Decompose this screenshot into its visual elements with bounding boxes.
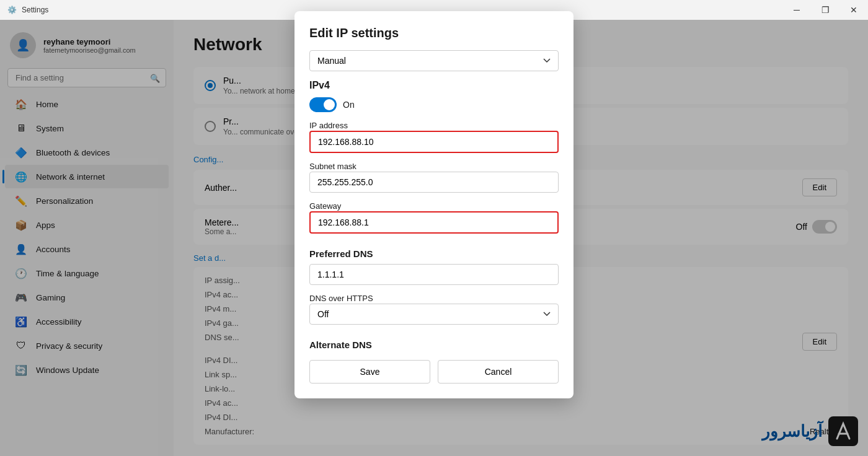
window-title: Settings: [22, 6, 48, 14]
cancel-button[interactable]: Cancel: [438, 360, 559, 384]
mode-dropdown[interactable]: Manual Automatic (DHCP): [309, 50, 559, 71]
edit-ip-modal: Edit IP settings Manual Automatic (DHCP)…: [294, 11, 574, 398]
subnet-mask-input[interactable]: [309, 172, 559, 193]
ipv4-section-title: IPv4: [309, 80, 559, 91]
modal-title: Edit IP settings: [309, 26, 559, 40]
ip-address-label: IP address: [309, 121, 348, 130]
subnet-mask-label: Subnet mask: [309, 162, 356, 171]
toggle-label: On: [343, 100, 355, 110]
titlebar-controls: ─ ❐ ✕: [782, 0, 868, 20]
ipv4-toggle-row: On: [309, 97, 559, 112]
ipv4-toggle[interactable]: [309, 97, 337, 112]
alternate-dns-label: Alternate DNS: [309, 340, 559, 350]
save-button[interactable]: Save: [309, 360, 430, 384]
restore-button[interactable]: ❐: [811, 0, 839, 20]
preferred-dns-input[interactable]: [309, 264, 559, 285]
gateway-input[interactable]: [309, 211, 559, 234]
dns-https-label: DNS over HTTPS: [309, 294, 373, 303]
settings-icon: ⚙️: [7, 6, 17, 14]
close-button[interactable]: ✕: [839, 0, 868, 20]
ip-address-input[interactable]: [309, 131, 559, 153]
minimize-button[interactable]: ─: [782, 0, 811, 20]
ipv4-toggle-track[interactable]: [309, 97, 337, 112]
titlebar-left: ⚙️ Settings: [7, 6, 48, 14]
gateway-label: Gateway: [309, 201, 341, 211]
preferred-dns-label: Preferred DNS: [309, 248, 559, 259]
dns-https-dropdown[interactable]: Off On (automatic template) On (manual t…: [309, 304, 559, 325]
modal-footer: Save Cancel: [309, 360, 559, 384]
